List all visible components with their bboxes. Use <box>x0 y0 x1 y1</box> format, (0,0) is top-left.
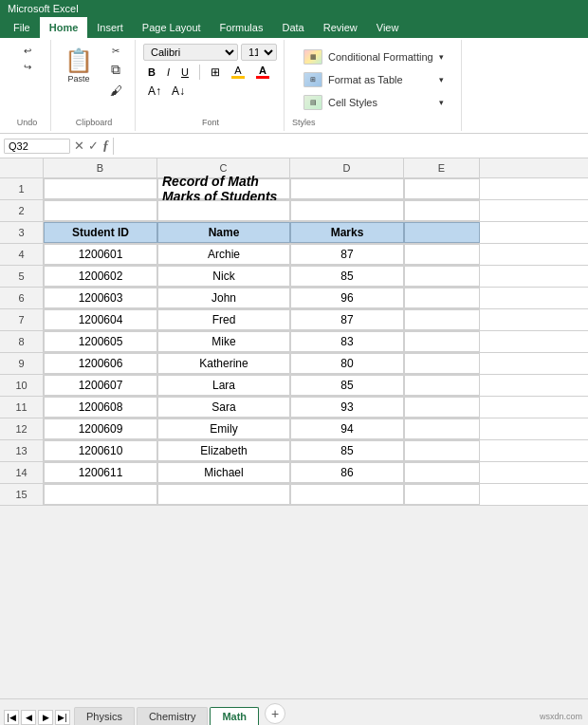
cell-c9[interactable]: Katherine <box>157 353 290 374</box>
cell-e6[interactable] <box>404 288 480 308</box>
insert-function-icon[interactable]: ƒ <box>102 139 109 154</box>
tab-file[interactable]: File <box>4 17 40 38</box>
row-number[interactable]: 15 <box>0 484 44 505</box>
cancel-formula-icon[interactable]: ✕ <box>74 139 84 153</box>
cell-b11[interactable]: 1200608 <box>44 397 157 418</box>
col-header-b[interactable]: B <box>44 158 157 177</box>
cell-d5[interactable]: 85 <box>290 266 404 287</box>
redo-button[interactable]: ↪ <box>14 60 41 74</box>
cell-c15[interactable] <box>157 484 290 505</box>
sheet-tab-chemistry[interactable]: Chemistry <box>137 707 209 725</box>
fill-color-button[interactable]: A <box>227 63 249 81</box>
tab-formulas[interactable]: Formulas <box>211 17 273 38</box>
format-as-table-button[interactable]: ⊞ Format as Table ▾ <box>300 70 448 89</box>
copy-button[interactable]: ⧉ <box>102 60 129 80</box>
cell-e2[interactable] <box>404 200 480 221</box>
cell-e4[interactable] <box>404 244 480 265</box>
row-number[interactable]: 4 <box>0 244 44 265</box>
font-name-select[interactable]: Calibri <box>143 44 238 61</box>
tab-next-button[interactable]: ▶ <box>38 710 53 725</box>
underline-button[interactable]: U <box>176 65 193 80</box>
tab-last-button[interactable]: ▶| <box>55 710 70 725</box>
cell-c7[interactable]: Fred <box>157 309 290 330</box>
row-number[interactable]: 2 <box>0 200 44 221</box>
cell-b13[interactable]: 1200610 <box>44 440 157 461</box>
cell-b2[interactable] <box>44 200 157 221</box>
cell-c11[interactable]: Sara <box>157 397 290 418</box>
row-number[interactable]: 8 <box>0 331 44 352</box>
cell-c1[interactable]: Record of Math Marks of Students <box>157 178 290 199</box>
undo-button[interactable]: ↩ <box>14 44 41 58</box>
formula-input[interactable] <box>118 139 584 153</box>
sheet-tab-math[interactable]: Math <box>210 707 259 725</box>
conditional-formatting-chevron[interactable]: ▾ <box>439 52 444 62</box>
font-size-select[interactable]: 11 <box>241 44 277 61</box>
col-header-e[interactable]: E <box>404 158 480 177</box>
cell-e3[interactable] <box>404 222 480 243</box>
cell-e10[interactable] <box>404 375 480 396</box>
cell-e5[interactable] <box>404 266 480 287</box>
cell-b9[interactable]: 1200606 <box>44 353 157 374</box>
col-header-d[interactable]: D <box>290 158 404 177</box>
cell-e14[interactable] <box>404 462 480 483</box>
cell-e12[interactable] <box>404 418 480 439</box>
bold-button[interactable]: B <box>143 65 160 80</box>
add-sheet-button[interactable]: + <box>265 703 285 724</box>
font-color-button[interactable]: A <box>251 63 274 81</box>
cell-c2[interactable] <box>157 200 290 221</box>
cell-e1[interactable] <box>404 178 480 199</box>
row-number[interactable]: 11 <box>0 397 44 418</box>
cell-d8[interactable]: 83 <box>290 331 404 352</box>
cell-d13[interactable]: 85 <box>290 440 404 461</box>
cell-b1[interactable] <box>44 178 157 199</box>
name-box[interactable] <box>4 139 70 154</box>
cell-c8[interactable]: Mike <box>157 331 290 352</box>
cut-button[interactable]: ✂ <box>102 44 129 58</box>
cell-d6[interactable]: 96 <box>290 288 404 308</box>
conditional-formatting-button[interactable]: ▦ Conditional Formatting ▾ <box>300 47 448 66</box>
cell-d1[interactable] <box>290 178 404 199</box>
row-number[interactable]: 5 <box>0 266 44 287</box>
cell-e7[interactable] <box>404 309 480 330</box>
row-number[interactable]: 13 <box>0 440 44 461</box>
italic-button[interactable]: I <box>162 65 175 80</box>
tab-first-button[interactable]: |◀ <box>4 710 19 725</box>
cell-c10[interactable]: Lara <box>157 375 290 396</box>
cell-c3[interactable]: Name <box>157 222 290 243</box>
tab-data[interactable]: Data <box>272 17 313 38</box>
cell-c13[interactable]: Elizabeth <box>157 440 290 461</box>
cell-d3[interactable]: Marks <box>290 222 404 243</box>
increase-font-button[interactable]: A↑ <box>143 83 166 100</box>
cell-d9[interactable]: 80 <box>290 353 404 374</box>
cell-d15[interactable] <box>290 484 404 505</box>
cell-b15[interactable] <box>44 484 157 505</box>
cell-b12[interactable]: 1200609 <box>44 418 157 439</box>
tab-review[interactable]: Review <box>314 17 367 38</box>
cell-b3[interactable]: Student ID <box>44 222 157 243</box>
cell-b10[interactable]: 1200607 <box>44 375 157 396</box>
cell-d11[interactable]: 93 <box>290 397 404 418</box>
row-number[interactable]: 6 <box>0 288 44 308</box>
cell-d4[interactable]: 87 <box>290 244 404 265</box>
cell-styles-chevron[interactable]: ▾ <box>439 98 444 107</box>
row-number[interactable]: 1 <box>0 178 44 199</box>
cell-b5[interactable]: 1200602 <box>44 266 157 287</box>
cell-c12[interactable]: Emily <box>157 418 290 439</box>
decrease-font-button[interactable]: A↓ <box>167 83 190 100</box>
cell-e15[interactable] <box>404 484 480 505</box>
cell-d12[interactable]: 94 <box>290 418 404 439</box>
cell-d7[interactable]: 87 <box>290 309 404 330</box>
paste-button[interactable]: 📋 Paste <box>59 44 99 87</box>
cell-b6[interactable]: 1200603 <box>44 288 157 308</box>
cell-c14[interactable]: Michael <box>157 462 290 483</box>
tab-insert[interactable]: Insert <box>87 17 133 38</box>
format-as-table-chevron[interactable]: ▾ <box>439 75 444 84</box>
row-number[interactable]: 9 <box>0 353 44 374</box>
cell-c4[interactable]: Archie <box>157 244 290 265</box>
border-button[interactable]: ⊞ <box>206 63 225 81</box>
cell-e11[interactable] <box>404 397 480 418</box>
cell-c6[interactable]: John <box>157 288 290 308</box>
tab-view[interactable]: View <box>367 17 409 38</box>
row-number[interactable]: 7 <box>0 309 44 330</box>
cell-e8[interactable] <box>404 331 480 352</box>
